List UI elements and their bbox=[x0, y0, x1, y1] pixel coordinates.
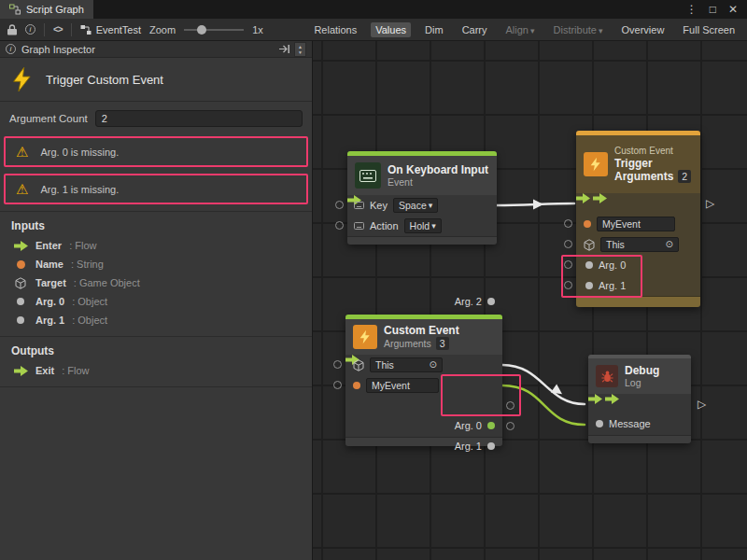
port-row-action: Action Hold▾ bbox=[354, 218, 442, 233]
inspector-header: i Graph Inspector ▲ ▼ bbox=[0, 41, 312, 58]
graph-asset-icon bbox=[80, 24, 92, 35]
warning-text: Arg. 0 is missing. bbox=[40, 147, 119, 158]
cube-icon bbox=[13, 277, 28, 289]
maximize-icon[interactable]: □ bbox=[710, 3, 716, 16]
node-header: On Keyboard Input Event bbox=[347, 156, 497, 195]
flow-in-port[interactable] bbox=[588, 394, 602, 404]
target-field[interactable]: This⊙ bbox=[370, 357, 443, 372]
flow-out-port[interactable] bbox=[593, 193, 607, 203]
inputs-header: Inputs bbox=[0, 212, 312, 236]
highlight-box-trigger-args bbox=[561, 255, 642, 298]
port-row-target: This⊙ bbox=[584, 237, 679, 252]
object-port-icon bbox=[13, 298, 28, 305]
bolt-icon bbox=[353, 325, 377, 349]
bolt-icon bbox=[584, 152, 608, 176]
cube-icon[interactable] bbox=[584, 239, 595, 251]
wire-arrowhead bbox=[533, 200, 543, 210]
flow-continue-icon: ▷ bbox=[706, 197, 714, 210]
bug-icon bbox=[596, 365, 618, 387]
warning-text: Arg. 1 is missing. bbox=[40, 184, 119, 195]
event-name-field[interactable]: MyEvent bbox=[366, 378, 439, 393]
node-header: Custom Event Trigger Arguments2 bbox=[576, 135, 700, 193]
node-subtitle: Arguments3 bbox=[384, 337, 459, 350]
port-circle-key[interactable] bbox=[335, 201, 344, 209]
event-name-field[interactable]: MyEvent bbox=[597, 217, 675, 231]
argument-count-input[interactable]: 2 bbox=[95, 110, 303, 127]
action-icon bbox=[354, 222, 364, 230]
key-dropdown[interactable]: Space▾ bbox=[393, 198, 438, 213]
inspector-header-title: Graph Inspector bbox=[21, 44, 95, 55]
port-circle-event-arg2[interactable] bbox=[506, 422, 514, 430]
action-dropdown[interactable]: Hold▾ bbox=[404, 218, 442, 233]
port-circle-trigger-name[interactable] bbox=[564, 219, 572, 228]
port-row-message: Message bbox=[596, 417, 651, 430]
node-footer bbox=[347, 236, 497, 245]
window-controls: ⋮ □ ✕ bbox=[677, 0, 747, 19]
distribute-dropdown[interactable]: Distribute▾ bbox=[549, 22, 608, 37]
zoom-slider[interactable] bbox=[184, 25, 244, 35]
lock-icon[interactable] bbox=[7, 24, 17, 35]
values-button[interactable]: Values bbox=[371, 22, 411, 37]
input-item-name: NameString bbox=[0, 255, 312, 273]
warning-icon: ⚠ bbox=[16, 145, 28, 159]
input-item-arg0: Arg. 0Object bbox=[0, 292, 312, 311]
target-picker-icon[interactable]: ⊙ bbox=[430, 358, 437, 371]
align-dropdown[interactable]: Align▾ bbox=[501, 22, 540, 37]
graph-canvas[interactable]: On Keyboard Input Event Key Space▾ Actio… bbox=[313, 41, 747, 560]
port-row-arg1: Arg. 1 bbox=[455, 440, 495, 453]
stepper-down-icon[interactable]: ▼ bbox=[298, 49, 303, 55]
warning-icon: ⚠ bbox=[16, 182, 28, 196]
target-picker-icon[interactable]: ⊙ bbox=[666, 238, 673, 251]
window-menu-icon[interactable]: ⋮ bbox=[686, 3, 698, 16]
object-port-connected[interactable] bbox=[596, 420, 603, 427]
input-item-enter: EnterFlow bbox=[0, 236, 312, 255]
arg-count-badge: 2 bbox=[678, 170, 691, 183]
port-circle-event-name[interactable] bbox=[333, 381, 342, 389]
carry-button[interactable]: Carry bbox=[458, 22, 492, 37]
port-circle-action[interactable] bbox=[335, 221, 344, 230]
keycode-icon bbox=[354, 202, 364, 209]
graph-asset[interactable]: EventTest bbox=[80, 24, 141, 35]
zoom-slider-handle[interactable] bbox=[197, 25, 206, 35]
port-row-target: This⊙ bbox=[353, 357, 443, 372]
target-field[interactable]: This⊙ bbox=[600, 237, 679, 252]
close-icon[interactable]: ✕ bbox=[728, 3, 738, 16]
outputs-header: Outputs bbox=[0, 337, 312, 361]
node-debug-log[interactable]: Debug Log Message bbox=[588, 355, 691, 443]
info-icon: i bbox=[6, 44, 16, 54]
info-icon[interactable]: i bbox=[25, 24, 35, 35]
input-item-arg1: Arg. 1Object bbox=[0, 311, 312, 329]
node-category: Custom Event bbox=[614, 146, 691, 157]
tab-bar: Script Graph ⋮ □ ✕ bbox=[0, 0, 747, 19]
unit-title: Trigger Custom Event bbox=[46, 73, 163, 87]
full-screen-button[interactable]: Full Screen bbox=[678, 22, 740, 37]
chevron-down-icon: ▾ bbox=[599, 26, 603, 35]
toolbar-separator bbox=[44, 23, 45, 36]
port-row-name: MyEvent bbox=[584, 217, 675, 231]
code-view-icon[interactable]: <> bbox=[53, 24, 63, 35]
object-port[interactable] bbox=[487, 442, 495, 450]
node-on-keyboard-input[interactable]: On Keyboard Input Event Key Space▾ Actio… bbox=[347, 151, 497, 245]
string-port[interactable] bbox=[584, 220, 591, 228]
flow-arrow-icon bbox=[13, 366, 28, 376]
zoom-slider-track[interactable] bbox=[184, 29, 244, 31]
cube-icon[interactable] bbox=[353, 359, 364, 371]
toolbar-buttons: Relations Values Dim Carry Align▾ Distri… bbox=[309, 22, 740, 37]
string-port[interactable] bbox=[353, 382, 360, 389]
tab-script-graph[interactable]: Script Graph bbox=[0, 0, 93, 19]
unity-script-graph-window: Script Graph ⋮ □ ✕ i <> EventTest Zoom bbox=[0, 0, 747, 560]
dock-panel-icon[interactable] bbox=[278, 44, 290, 54]
dim-button[interactable]: Dim bbox=[420, 22, 448, 37]
flow-in-port[interactable] bbox=[576, 193, 590, 203]
node-subtitle: Event bbox=[388, 176, 488, 189]
port-circle-trigger-target[interactable] bbox=[564, 240, 572, 248]
object-port-connected[interactable] bbox=[487, 422, 495, 429]
panel-stepper[interactable]: ▲ ▼ bbox=[294, 42, 306, 57]
relations-button[interactable]: Relations bbox=[309, 22, 361, 37]
port-row-arg2: Arg. 2 bbox=[455, 295, 495, 308]
object-port[interactable] bbox=[487, 298, 495, 305]
port-circle-event-target[interactable] bbox=[333, 360, 342, 369]
overview-button[interactable]: Overview bbox=[617, 22, 669, 37]
input-item-target: TargetGame Object bbox=[0, 273, 312, 292]
flow-out-port[interactable] bbox=[605, 394, 619, 404]
